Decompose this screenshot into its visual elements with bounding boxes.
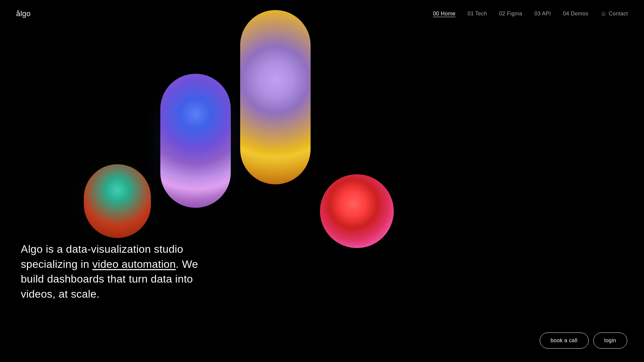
logo-text: ålgo [16, 9, 31, 18]
nav-item-api[interactable]: 03 API [534, 11, 551, 17]
login-button[interactable]: login [593, 333, 627, 349]
nav-link-demos[interactable]: 04 Demos [563, 11, 588, 16]
hero-description: Algo is a data-visualization studio spec… [21, 242, 222, 302]
shapes-container [84, 17, 386, 228]
shape-purple-yellow [240, 10, 311, 184]
shape-green-red [84, 164, 151, 238]
video-automation-link[interactable]: video automation [92, 258, 176, 270]
nav-link-tech[interactable]: 01 Tech [468, 11, 487, 16]
shape-pink-red [320, 174, 394, 248]
contact-label: Contact [609, 11, 628, 17]
nav-item-demos[interactable]: 04 Demos [563, 11, 588, 17]
nav-link-figma[interactable]: 02 Figma [499, 11, 522, 16]
nav-link-home[interactable]: 00 Home [433, 11, 455, 16]
shape-blue-purple [160, 74, 231, 208]
nav-item-figma[interactable]: 02 Figma [499, 11, 522, 17]
book-call-button[interactable]: book a call [540, 333, 589, 349]
nav-link-api[interactable]: 03 API [534, 11, 551, 16]
nav-link-contact[interactable]: ☺ Contact [600, 10, 628, 17]
logo[interactable]: ålgo [16, 9, 31, 18]
nav-links: 00 Home 01 Tech 02 Figma 03 API 04 Demos… [433, 10, 628, 17]
nav-item-contact[interactable]: ☺ Contact [600, 10, 628, 17]
hero-text: Algo is a data-visualization studio spec… [21, 242, 222, 302]
navigation: ålgo 00 Home 01 Tech 02 Figma 03 API 04 … [0, 0, 644, 27]
nav-item-home[interactable]: 00 Home [433, 11, 455, 17]
bottom-buttons: book a call login [540, 333, 627, 349]
nav-item-tech[interactable]: 01 Tech [468, 11, 487, 17]
smiley-icon: ☺ [600, 10, 607, 17]
